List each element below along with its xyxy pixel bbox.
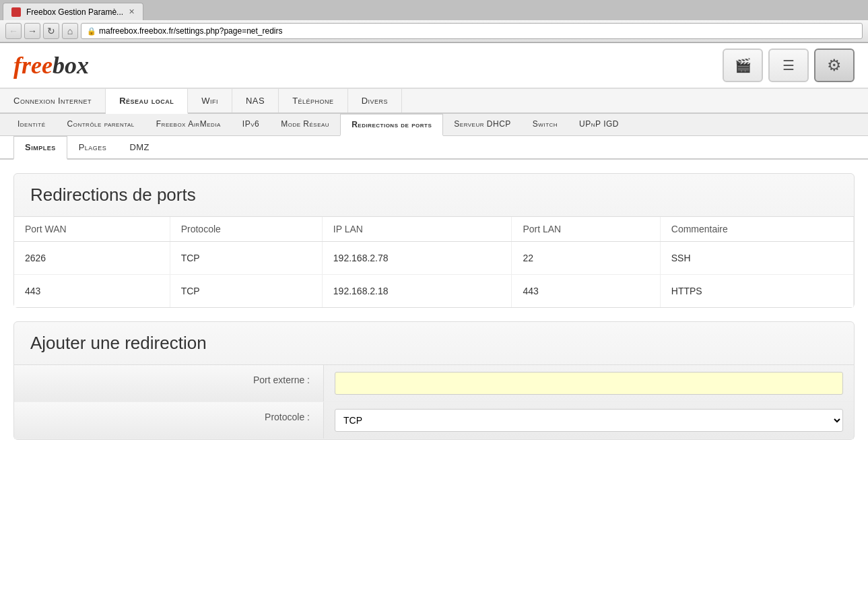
close-tab-button[interactable]: ✕	[129, 7, 135, 16]
port-externe-input[interactable]	[335, 372, 843, 395]
header-icons: 🎬 ☰ ⚙	[723, 49, 855, 82]
protocole-field: TCP UDP	[324, 402, 854, 439]
protocole-label: Protocole :	[14, 402, 324, 439]
main-nav: Connexion Internet Réseau local Wifi NAS…	[0, 89, 868, 114]
cell-port-lan: 22	[512, 242, 660, 275]
sub-nav-identite[interactable]: Identité	[7, 114, 57, 135]
home-button[interactable]: ⌂	[62, 23, 78, 39]
back-button[interactable]: ←	[5, 23, 22, 39]
cell-port-wan: 2626	[14, 242, 170, 275]
reload-button[interactable]: ↻	[43, 23, 59, 39]
form-row-port-externe: Port externe :	[14, 365, 854, 402]
cell-ip-lan: 192.168.2.78	[322, 242, 512, 275]
sub-nav-switch[interactable]: Switch	[522, 114, 568, 135]
col-ip-lan: IP LAN	[322, 217, 512, 242]
site-header: freebox 🎬 ☰ ⚙	[0, 43, 868, 89]
sub-nav-redirections[interactable]: Redirections de ports	[340, 114, 443, 136]
main-nav-reseau-local[interactable]: Réseau local	[106, 89, 188, 114]
main-nav-wifi[interactable]: Wifi	[188, 89, 232, 112]
cell-port-lan: 443	[512, 275, 660, 308]
sub-nav-controle-parental[interactable]: Contrôle parental	[57, 114, 145, 135]
lock-icon: 🔒	[87, 27, 96, 36]
sub-nav-airmedia[interactable]: Freebox AirMedia	[145, 114, 232, 135]
browser-chrome: Freebox Gestion Paramè... ✕ ← → ↻ ⌂ 🔒 ma…	[0, 0, 868, 43]
active-tab: Freebox Gestion Paramè... ✕	[3, 3, 143, 20]
page: freebox 🎬 ☰ ⚙ Connexion Internet Réseau …	[0, 43, 868, 613]
sub-nav-mode-reseau[interactable]: Mode Réseau	[270, 114, 340, 135]
port-externe-label: Port externe :	[14, 365, 324, 401]
sub-nav-ipv6[interactable]: IPv6	[232, 114, 270, 135]
port-externe-field	[324, 365, 854, 401]
col-protocole: Protocole	[170, 217, 322, 242]
cell-commentaire: SSH	[660, 242, 853, 275]
main-nav-telephone[interactable]: Téléphone	[279, 89, 347, 112]
col-port-lan: Port LAN	[512, 217, 660, 242]
main-nav-divers[interactable]: Divers	[348, 89, 402, 112]
cell-commentaire: HTTPS	[660, 275, 853, 308]
header-settings-icon[interactable]: ⚙	[814, 49, 855, 82]
tab-plages[interactable]: Plages	[67, 136, 119, 158]
tab-dmz[interactable]: DMZ	[118, 136, 161, 158]
cell-protocole: TCP	[170, 242, 322, 275]
third-nav: Simples Plages DMZ	[0, 136, 868, 160]
protocole-select[interactable]: TCP UDP	[335, 409, 843, 432]
table-row: 443 TCP 192.168.2.18 443 HTTPS	[14, 275, 854, 308]
main-nav-nas[interactable]: NAS	[232, 89, 279, 112]
url-text: mafreebox.freebox.fr/settings.php?page=n…	[99, 26, 283, 36]
form-row-protocole: Protocole : TCP UDP	[14, 402, 854, 439]
redirections-card: Redirections de ports Port WAN Protocole…	[13, 173, 855, 308]
tab-simples[interactable]: Simples	[13, 136, 67, 160]
add-redirection-title: Ajouter une redirection	[14, 322, 854, 365]
sub-nav-upnp[interactable]: UPnP IGD	[568, 114, 630, 135]
main-content: Redirections de ports Port WAN Protocole…	[0, 160, 868, 467]
sub-nav-dhcp[interactable]: Serveur DHCP	[443, 114, 522, 135]
tab-favicon	[11, 7, 21, 17]
main-nav-connexion[interactable]: Connexion Internet	[0, 89, 106, 112]
cell-port-wan: 443	[14, 275, 170, 308]
redirections-table: Port WAN Protocole IP LAN Port LAN Comme…	[14, 217, 854, 307]
cell-protocole: TCP	[170, 275, 322, 308]
add-redirection-card: Ajouter une redirection Port externe : P…	[13, 321, 855, 440]
tab-bar: Freebox Gestion Paramè... ✕	[0, 0, 868, 20]
cell-ip-lan: 192.168.2.18	[322, 275, 512, 308]
col-commentaire: Commentaire	[660, 217, 853, 242]
table-row: 2626 TCP 192.168.2.78 22 SSH	[14, 242, 854, 275]
header-download-icon[interactable]: 🎬	[723, 49, 763, 82]
forward-button[interactable]: →	[24, 23, 40, 39]
tab-title: Freebox Gestion Paramè...	[26, 7, 123, 17]
sub-nav: Identité Contrôle parental Freebox AirMe…	[0, 114, 868, 136]
freebox-logo: freebox	[13, 51, 89, 79]
col-port-wan: Port WAN	[14, 217, 170, 242]
address-bar[interactable]: 🔒 mafreebox.freebox.fr/settings.php?page…	[81, 23, 863, 39]
nav-bar: ← → ↻ ⌂ 🔒 mafreebox.freebox.fr/settings.…	[0, 20, 868, 42]
redirections-title: Redirections de ports	[14, 174, 854, 217]
header-menu-icon[interactable]: ☰	[768, 49, 809, 82]
